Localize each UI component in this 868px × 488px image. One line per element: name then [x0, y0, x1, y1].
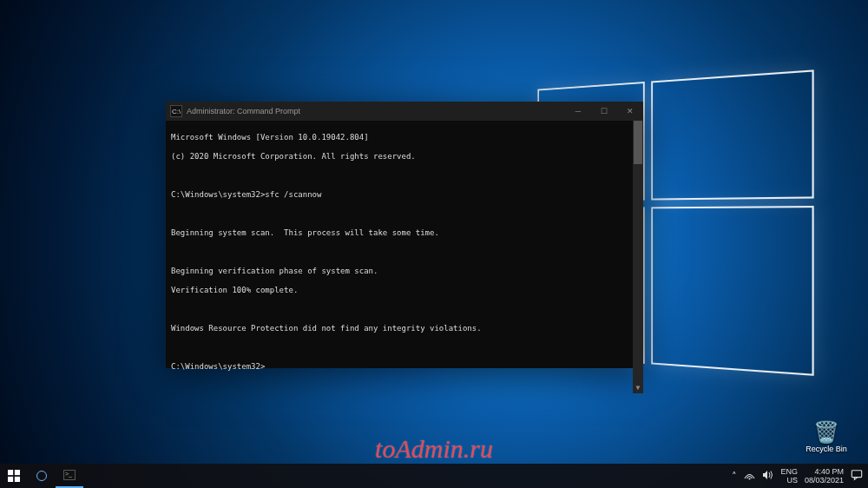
watermark-text: toAdmin.ru [375, 434, 493, 464]
terminal-line: Verification 100% complete. [171, 286, 298, 294]
taskbar[interactable]: >_ ˄ ENG US 4:40 PM 08/03/2021 [0, 464, 868, 488]
minimize-button[interactable]: ─ [565, 102, 591, 121]
clock[interactable]: 4:40 PM 08/03/2021 [805, 467, 844, 485]
wallpaper-pane [651, 206, 813, 376]
window-title: Administrator: Command Prompt [187, 107, 565, 115]
recycle-bin[interactable]: 🗑️ Recycle Bin [800, 422, 852, 453]
tray-chevron-up-icon[interactable]: ˄ [732, 471, 737, 482]
scrollbar-thumb[interactable] [634, 121, 642, 164]
terminal-line: C:\Windows\system32> [171, 362, 265, 371]
svg-rect-3 [15, 477, 20, 482]
svg-point-4 [749, 478, 751, 479]
cmd-taskbar-icon: >_ [63, 470, 76, 480]
svg-rect-1 [15, 470, 20, 475]
language-bottom: US [780, 476, 798, 485]
terminal-line: Windows Resource Protection did not find… [171, 324, 482, 333]
svg-rect-2 [8, 477, 13, 482]
scroll-down-arrow-icon[interactable]: ▼ [633, 383, 643, 393]
taskbar-app-cmd[interactable]: >_ [56, 464, 83, 488]
language-indicator[interactable]: ENG US [780, 467, 798, 485]
cortana-icon [36, 471, 47, 481]
time-label: 4:40 PM [805, 467, 844, 476]
terminal-line: C:\Windows\system32>sfc /scannow [171, 190, 321, 199]
terminal-output[interactable]: Microsoft Windows [Version 10.0.19042.80… [166, 121, 643, 393]
recycle-bin-label: Recycle Bin [800, 445, 852, 453]
scrollbar[interactable]: ▲ ▼ [633, 121, 643, 393]
svg-rect-0 [8, 470, 13, 475]
terminal-line: Microsoft Windows [Version 10.0.19042.80… [171, 133, 369, 142]
terminal-line: (c) 2020 Microsoft Corporation. All righ… [171, 152, 416, 161]
terminal-line: Beginning verification phase of system s… [171, 267, 378, 275]
network-icon[interactable] [744, 471, 755, 482]
cmd-icon: C:\ [170, 105, 182, 117]
terminal-line: Beginning system scan. This process will… [171, 228, 439, 237]
action-center-icon[interactable] [851, 469, 863, 483]
system-tray[interactable]: ˄ ENG US 4:40 PM 08/03/2021 [727, 467, 868, 485]
window-titlebar[interactable]: C:\ Administrator: Command Prompt ─ ☐ ✕ [166, 102, 643, 121]
recycle-bin-icon: 🗑️ [800, 422, 852, 443]
maximize-button[interactable]: ☐ [591, 102, 617, 121]
command-prompt-window[interactable]: C:\ Administrator: Command Prompt ─ ☐ ✕ … [166, 102, 643, 368]
wallpaper-pane [651, 69, 813, 200]
close-button[interactable]: ✕ [617, 102, 643, 121]
language-top: ENG [780, 467, 798, 476]
taskbar-app-cortana[interactable] [28, 464, 56, 488]
date-label: 08/03/2021 [805, 476, 844, 485]
speaker-icon[interactable] [762, 470, 773, 482]
svg-rect-5 [852, 471, 861, 478]
start-button[interactable] [0, 464, 28, 488]
